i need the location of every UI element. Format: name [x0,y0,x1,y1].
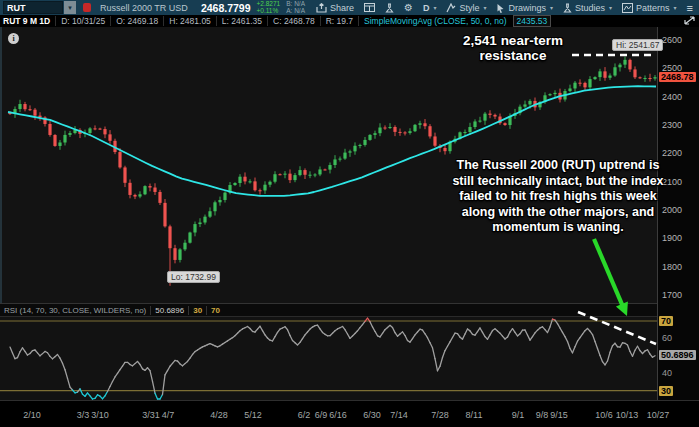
grid-button[interactable] [360,2,379,13]
timeframe-button[interactable]: D▾ [419,2,441,14]
range-cell: R: 19.7 [320,16,358,26]
open-cell: O: 2469.18 [110,16,163,26]
high-cell: H: 2481.05 [163,16,216,26]
symbol-timeframe-label: RUT 9 M 1D [0,16,55,26]
time-axis-label: 9/15 [550,410,568,420]
price-axis-label: 2200 [662,148,682,158]
patterns-label: Patterns [636,3,670,13]
cursor-icon [496,3,505,13]
last-price: 2468.7799 [201,2,251,14]
time-axis-label: 6/9 [315,410,328,420]
studies-label: Studies [575,3,605,13]
price-change: +2.8271 +0.11% [257,1,281,14]
hamburger-menu-icon: ≡ [687,2,693,14]
rsi-study-value: 50.6896 [150,306,188,315]
chevron-down-icon: ▾ [433,4,436,11]
rsi-panel-canvas[interactable] [0,315,657,400]
time-axis-label: 3/31 [142,410,160,420]
analysis-button[interactable] [381,2,398,14]
rsi-study-label: RSI (14, 70, 30, CLOSE, WILDERS, no) [0,306,150,315]
time-axis-label: 4/7 [162,410,175,420]
time-axis-label: 10/13 [616,410,639,420]
menu-button[interactable]: ≡ [683,1,697,15]
price-axis-label: 2600 [662,35,682,45]
chevron-down-icon: ▾ [483,4,486,11]
sma-study-value: 2435.53 [513,15,552,27]
time-axis-label: 6/30 [363,410,381,420]
top-toolbar: ▾ Russell 2000 TR USD 2468.7799 +2.8271 … [0,0,699,15]
ask-value: A: N/A [286,8,305,15]
rsi-axis-label: 30 [659,386,673,396]
price-axis-label: 2400 [662,92,682,102]
info-icon[interactable]: i [8,33,19,44]
flask-icon [385,3,394,13]
timeframe-label: D [423,3,430,13]
price-axis-label: 1700 [662,290,682,300]
gear-icon: ⚙ [404,2,413,13]
rsi-axis-label: 40 [662,368,672,378]
date-cell: D: 10/31/25 [55,16,110,26]
symbol-input[interactable] [3,1,63,14]
high-price-callout: Hi: 2541.67 [612,39,663,51]
trading-platform-window: ▾ Russell 2000 TR USD 2468.7799 +2.8271 … [0,0,699,427]
chevron-down-icon: ▾ [609,4,612,11]
close-cell: C: 2468.78 [267,16,320,26]
time-axis[interactable]: 2/103/33/103/314/74/285/126/26/96/166/30… [0,400,699,427]
share-button[interactable]: Share [312,2,358,14]
low-price-callout: Lo: 1732.99 [167,271,220,283]
time-axis-label: 3/3 [77,410,90,420]
rsi-axis-label: 60 [662,333,672,343]
low-cell: L: 2461.35 [216,16,267,26]
rsi-study-header[interactable]: RSI (14, 70, 30, CLOSE, WILDERS, no) 50.… [0,303,657,317]
time-axis-label: 6/2 [298,410,311,420]
rsi-axis-label: 70 [659,316,673,326]
time-axis-label: 5/12 [244,410,262,420]
rsi-oversold-setting: 30 [188,306,206,315]
time-axis-label: 10/6 [595,410,613,420]
time-axis-label: 9/1 [512,410,525,420]
rsi-axis-label: 50.6896 [659,350,696,360]
time-axis-label: 4/28 [210,410,228,420]
collapse-chart-icon[interactable] [684,16,699,27]
time-axis-label: 10/27 [647,410,670,420]
patterns-icon [622,3,633,13]
drawings-label: Drawings [508,3,546,13]
time-axis-label: 7/14 [390,410,408,420]
rsi-overbought-setting: 70 [206,306,224,315]
drawings-button[interactable]: Drawings▾ [492,2,557,14]
flask-icon [563,3,572,13]
symbol-dropdown-button[interactable]: ▾ [64,1,76,14]
last-price-tag: 2468.78 [659,72,696,82]
chevron-down-icon: ▾ [550,4,553,11]
chevron-down-icon: ▾ [674,4,677,11]
change-percent: +0.11% [257,8,281,15]
time-axis-label: 3/10 [91,410,109,420]
thesis-annotation: The Russell 2000 (RUT) uptrend is still … [430,158,686,236]
price-axis-label: 1800 [662,262,682,272]
symbol-description: Russell 2000 TR USD [100,3,188,13]
resistance-annotation: 2,541 near-term resistance [438,33,588,63]
studies-button[interactable]: Studies▾ [559,2,616,14]
price-axis-label: 2300 [662,120,682,130]
time-axis-label: 6/16 [329,410,347,420]
grid-icon [364,3,375,12]
patterns-button[interactable]: Patterns▾ [618,2,681,14]
style-icon [446,3,456,13]
time-axis-label: 2/10 [23,410,41,420]
alert-badge-icon[interactable] [83,3,91,12]
share-label: Share [330,3,354,13]
time-axis-label: 8/11 [466,410,483,420]
style-label: Style [459,3,479,13]
bid-ask: B: N/A A: N/A [286,1,305,14]
time-axis-label: 7/28 [431,410,449,420]
settings-button[interactable]: ⚙ [400,1,417,14]
sma-study-label[interactable]: SimpleMovingAvg (CLOSE, 50, 0, no) [358,16,512,26]
style-button[interactable]: Style▾ [442,2,490,14]
time-axis-label: 9/8 [536,410,549,420]
share-icon [316,3,327,13]
